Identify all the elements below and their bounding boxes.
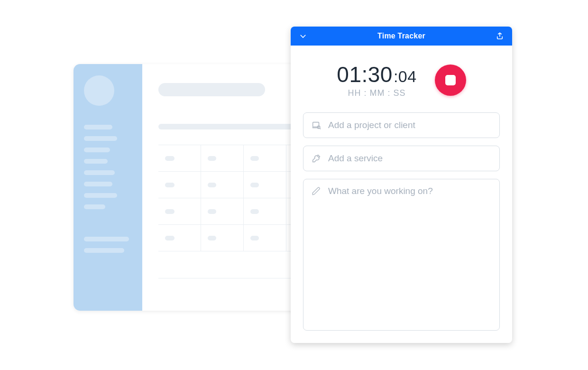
background-nav <box>84 125 132 253</box>
tracker-title: Time Tracker <box>377 32 425 40</box>
share-icon[interactable] <box>494 30 505 42</box>
background-sidebar <box>74 64 142 311</box>
tracker-header: Time Tracker <box>291 27 512 46</box>
timer-area: 01:30 :04 HH : MM : SS <box>291 46 512 104</box>
timer-ss: :04 <box>394 67 417 86</box>
background-avatar <box>84 75 114 106</box>
tracker-fields <box>291 104 512 343</box>
notes-field[interactable] <box>303 179 500 331</box>
timer-value: 01:30 :04 <box>337 62 416 87</box>
timer-hh-mm: 01:30 <box>337 62 393 87</box>
notes-input[interactable] <box>328 186 492 330</box>
project-field[interactable] <box>303 112 500 138</box>
pencil-icon <box>311 186 322 196</box>
service-field[interactable] <box>303 146 500 171</box>
tools-icon <box>311 153 322 164</box>
time-tracker-panel: Time Tracker 01:30 :04 HH : MM : SS <box>291 27 512 343</box>
project-input[interactable] <box>328 120 492 130</box>
service-input[interactable] <box>328 153 492 164</box>
timer-format-label: HH : MM : SS <box>337 88 416 98</box>
chevron-down-icon[interactable] <box>297 30 309 42</box>
stop-button[interactable] <box>435 65 466 96</box>
stop-icon <box>445 75 456 85</box>
background-title-skeleton <box>158 83 265 96</box>
folder-search-icon <box>311 120 322 130</box>
